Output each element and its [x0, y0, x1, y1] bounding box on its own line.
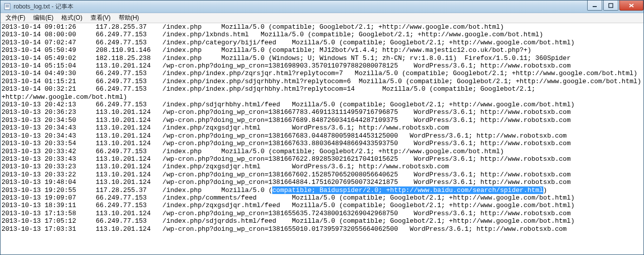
log-line[interactable]: 2013-10-13 17:05:12 66.249.77.153 /index…: [2, 217, 642, 225]
log-line[interactable]: 2013-10-14 05:50:49 208.110.91.146 /inde…: [2, 46, 642, 54]
log-line[interactable]: 2013-10-14 00:32:21 66.249.77.153 /index…: [2, 85, 642, 93]
titlebar[interactable]: robots_log.txt - 记事本: [1, 1, 643, 13]
notepad-icon: [4, 3, 12, 11]
log-line[interactable]: 2013-10-13 20:34:43 113.10.201.124 /wp-c…: [2, 132, 642, 140]
notepad-window: robots_log.txt - 记事本 文件(F) 编辑(E) 格式(O) 查…: [0, 0, 644, 255]
log-line[interactable]: 2013-10-13 20:33:23 113.10.201.124 /inde…: [2, 163, 642, 170]
log-line[interactable]: 2013-10-13 17:13:58 113.10.201.124 /wp-c…: [2, 210, 642, 217]
log-line[interactable]: 2013-10-13 20:33:42 66.249.77.153 /index…: [2, 148, 642, 155]
log-line[interactable]: 2013-10-14 09:01:26 117.28.255.37 /index…: [2, 23, 642, 31]
window-title: robots_log.txt - 记事本: [14, 3, 73, 11]
log-line[interactable]: 2013-10-14 08:00:00 66.249.77.153 /index…: [2, 31, 642, 38]
menu-edit[interactable]: 编辑(E): [29, 13, 57, 23]
log-line[interactable]: 2013-10-13 18:39:11 66.249.77.153 /index…: [2, 202, 642, 209]
log-line[interactable]: 2013-10-14 07:02:47 66.249.77.153 /index…: [2, 39, 642, 46]
text-selection[interactable]: compatible; Baiduspider/2.0; +http://www…: [272, 186, 543, 194]
log-line[interactable]: 2013-10-13 20:34:50 113.10.201.124 /wp-c…: [2, 116, 642, 124]
log-line[interactable]: 2013-10-14 05:49:02 182.118.25.238 /inde…: [2, 54, 642, 62]
log-line[interactable]: 2013-10-13 20:33:54 113.10.201.124 /wp-c…: [2, 140, 642, 147]
maximize-button[interactable]: [603, 1, 618, 11]
log-line[interactable]: 2013-10-13 20:36:23 113.10.201.124 /wp-c…: [2, 108, 642, 116]
log-line[interactable]: 2013-10-13 20:33:43 113.10.201.124 /wp-c…: [2, 155, 642, 163]
menubar: 文件(F) 编辑(E) 格式(O) 查看(V) 帮助(H): [1, 13, 643, 23]
log-line[interactable]: +http://www.google.com/bot.html): [2, 93, 642, 101]
log-line[interactable]: 2013-10-13 19:09:07 66.249.77.153 /index…: [2, 194, 642, 202]
log-line[interactable]: 2013-10-14 05:15:04 113.10.201.124 /wp-c…: [2, 62, 642, 70]
menu-help[interactable]: 帮助(H): [115, 13, 143, 23]
log-line[interactable]: 2013-10-13 20:33:22 113.10.201.124 /wp-c…: [2, 171, 642, 178]
log-line[interactable]: 2013-10-13 20:34:43 113.10.201.124 /inde…: [2, 124, 642, 132]
text-area-scroll[interactable]: 2013-10-14 09:01:26 117.28.255.37 /index…: [1, 23, 643, 254]
window-controls: [587, 1, 643, 11]
close-button[interactable]: [619, 1, 643, 11]
svg-rect-5: [609, 4, 613, 8]
log-line[interactable]: 2013-10-13 17:03:31 113.10.201.124 /wp-c…: [2, 225, 642, 233]
log-line[interactable]: 2013-10-13 19:48:04 113.10.201.124 /wp-c…: [2, 178, 642, 186]
log-line[interactable]: 2013-10-13 19:20:55 117.28.255.37 /index…: [2, 186, 642, 194]
menu-file[interactable]: 文件(F): [2, 13, 29, 23]
log-line[interactable]: 2013-10-13 20:42:13 66.249.77.153 /index…: [2, 101, 642, 108]
log-line[interactable]: 2013-10-14 04:49:30 66.249.77.153 /index…: [2, 70, 642, 77]
minimize-button[interactable]: [587, 1, 602, 11]
menu-format[interactable]: 格式(O): [57, 13, 86, 23]
svg-rect-0: [5, 4, 10, 10]
text-area[interactable]: 2013-10-14 09:01:26 117.28.255.37 /index…: [1, 23, 643, 233]
menu-view[interactable]: 查看(V): [87, 13, 115, 23]
log-line[interactable]: 2013-10-14 01:15:21 66.249.77.153 /index…: [2, 78, 642, 85]
